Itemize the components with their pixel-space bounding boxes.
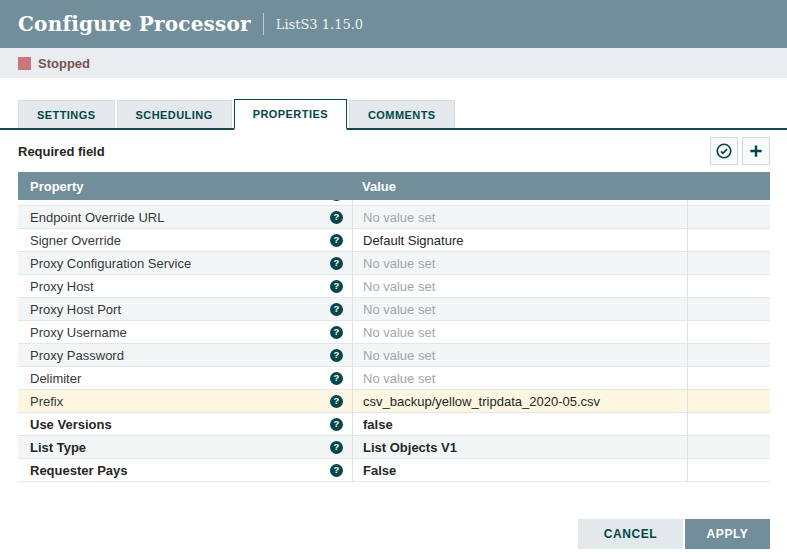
row-actions-cell bbox=[687, 459, 770, 481]
row-actions-cell bbox=[687, 344, 770, 366]
property-name-cell: Endpoint Override URL? bbox=[18, 206, 352, 228]
property-name: Proxy Host bbox=[30, 279, 94, 294]
table-row[interactable]: Proxy Host Port?No value set bbox=[18, 298, 770, 321]
property-name-cell: Prefix? bbox=[18, 390, 352, 412]
stopped-icon bbox=[18, 57, 31, 70]
property-value-cell[interactable]: No value set bbox=[352, 252, 687, 274]
dialog-title: Configure Processor bbox=[18, 12, 251, 36]
property-name: Use Versions bbox=[30, 417, 112, 432]
property-value-cell[interactable]: No value set bbox=[352, 206, 687, 228]
property-value-cell[interactable]: No value set bbox=[352, 275, 687, 297]
tab-settings[interactable]: SETTINGS bbox=[18, 100, 115, 128]
help-icon[interactable]: ? bbox=[330, 200, 343, 201]
help-icon[interactable]: ? bbox=[330, 395, 343, 408]
table-row[interactable]: Proxy Configuration Service?No value set bbox=[18, 252, 770, 275]
help-icon[interactable]: ? bbox=[330, 280, 343, 293]
table-body[interactable]: SSL Context Service?No value setEndpoint… bbox=[18, 200, 770, 482]
add-property-button[interactable] bbox=[742, 137, 770, 165]
row-actions-cell bbox=[687, 390, 770, 412]
table-row[interactable]: Use Versions?false bbox=[18, 413, 770, 436]
table-row[interactable]: Proxy Password?No value set bbox=[18, 344, 770, 367]
processor-name-version: ListS3 1.15.0 bbox=[276, 17, 363, 32]
title-divider bbox=[263, 13, 264, 35]
property-name: Proxy Username bbox=[30, 325, 127, 340]
help-icon[interactable]: ? bbox=[330, 234, 343, 247]
status-label: Stopped bbox=[38, 56, 90, 71]
property-name: Signer Override bbox=[30, 233, 121, 248]
row-actions-cell bbox=[687, 413, 770, 435]
property-name-cell: Proxy Password? bbox=[18, 344, 352, 366]
column-header-value: Value bbox=[352, 179, 687, 194]
dialog-header: Configure Processor ListS3 1.15.0 bbox=[0, 0, 787, 48]
apply-button[interactable]: APPLY bbox=[685, 519, 770, 549]
table-row[interactable]: Endpoint Override URL?No value set bbox=[18, 206, 770, 229]
tab-comments[interactable]: COMMENTS bbox=[349, 100, 455, 128]
table-header-row: Property Value bbox=[18, 172, 770, 200]
property-name-cell: Proxy Host? bbox=[18, 275, 352, 297]
help-icon[interactable]: ? bbox=[330, 211, 343, 224]
property-value-cell[interactable]: No value set bbox=[352, 344, 687, 366]
property-name-cell: Use Versions? bbox=[18, 413, 352, 435]
property-name: Requester Pays bbox=[30, 463, 128, 478]
row-actions-cell bbox=[687, 321, 770, 343]
property-name-cell: Proxy Host Port? bbox=[18, 298, 352, 320]
row-actions-cell bbox=[687, 229, 770, 251]
tab-scheduling[interactable]: SCHEDULING bbox=[117, 100, 232, 128]
property-name-cell: List Type? bbox=[18, 436, 352, 458]
property-value-cell[interactable]: False bbox=[352, 459, 687, 481]
table-row[interactable]: Proxy Host?No value set bbox=[18, 275, 770, 298]
filter-required-button[interactable] bbox=[710, 137, 738, 165]
property-value-cell[interactable]: List Objects V1 bbox=[352, 436, 687, 458]
property-name: Proxy Configuration Service bbox=[30, 256, 191, 271]
property-name: Delimiter bbox=[30, 371, 81, 386]
property-value-cell[interactable]: Default Signature bbox=[352, 229, 687, 251]
table-row[interactable]: Delimiter?No value set bbox=[18, 367, 770, 390]
help-icon[interactable]: ? bbox=[330, 349, 343, 362]
check-circle-icon bbox=[715, 142, 733, 160]
properties-actions bbox=[710, 137, 770, 165]
help-icon[interactable]: ? bbox=[330, 257, 343, 270]
dialog-footer: CANCEL APPLY bbox=[0, 519, 770, 549]
help-icon[interactable]: ? bbox=[330, 441, 343, 454]
table-row[interactable]: List Type?List Objects V1 bbox=[18, 436, 770, 459]
row-actions-cell bbox=[687, 367, 770, 389]
help-icon[interactable]: ? bbox=[330, 418, 343, 431]
property-name: Prefix bbox=[30, 394, 63, 409]
column-header-property: Property bbox=[18, 179, 352, 194]
property-name: Proxy Host Port bbox=[30, 302, 121, 317]
property-value-cell[interactable]: false bbox=[352, 413, 687, 435]
row-actions-cell bbox=[687, 436, 770, 458]
property-value-cell[interactable]: csv_backup/yellow_tripdata_2020-05.csv bbox=[352, 390, 687, 412]
tab-properties[interactable]: PROPERTIES bbox=[234, 99, 347, 130]
property-name-cell: Proxy Username? bbox=[18, 321, 352, 343]
property-value-cell[interactable]: No value set bbox=[352, 367, 687, 389]
property-name-cell: Requester Pays? bbox=[18, 459, 352, 481]
help-icon[interactable]: ? bbox=[330, 372, 343, 385]
cancel-button[interactable]: CANCEL bbox=[578, 519, 683, 549]
table-row[interactable]: Prefix?csv_backup/yellow_tripdata_2020-0… bbox=[18, 390, 770, 413]
table-row[interactable]: Signer Override?Default Signature bbox=[18, 229, 770, 252]
table-row[interactable]: Proxy Username?No value set bbox=[18, 321, 770, 344]
table-row[interactable]: Requester Pays?False bbox=[18, 459, 770, 482]
properties-toolbar: Required field bbox=[0, 130, 787, 172]
property-name-cell: Delimiter? bbox=[18, 367, 352, 389]
property-name-cell: SSL Context Service? bbox=[18, 200, 352, 205]
property-name: List Type bbox=[30, 440, 86, 455]
property-name-cell: Signer Override? bbox=[18, 229, 352, 251]
help-icon[interactable]: ? bbox=[330, 326, 343, 339]
property-name: SSL Context Service bbox=[30, 200, 149, 202]
plus-icon bbox=[747, 142, 765, 160]
property-value-cell[interactable]: No value set bbox=[352, 200, 687, 205]
row-actions-cell bbox=[687, 275, 770, 297]
help-icon[interactable]: ? bbox=[330, 464, 343, 477]
property-value-cell[interactable]: No value set bbox=[352, 321, 687, 343]
row-actions-cell bbox=[687, 200, 770, 205]
properties-table: Property Value SSL Context Service?No va… bbox=[18, 172, 770, 482]
property-name: Proxy Password bbox=[30, 348, 124, 363]
property-name: Endpoint Override URL bbox=[30, 210, 164, 225]
help-icon[interactable]: ? bbox=[330, 303, 343, 316]
row-actions-cell bbox=[687, 298, 770, 320]
row-actions-cell bbox=[687, 252, 770, 274]
property-value-cell[interactable]: No value set bbox=[352, 298, 687, 320]
tab-bar: SETTINGSSCHEDULINGPROPERTIESCOMMENTS bbox=[0, 97, 787, 130]
